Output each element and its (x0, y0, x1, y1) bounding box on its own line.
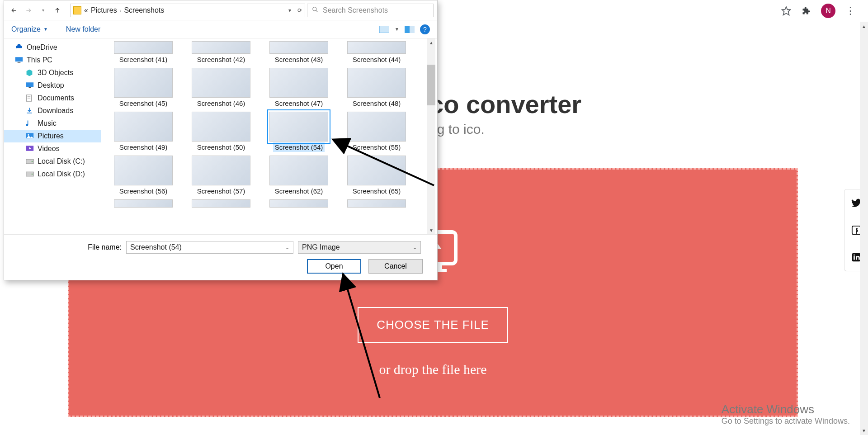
tree-item-documents[interactable]: Documents (4, 92, 101, 104)
scroll-thumb[interactable] (427, 65, 435, 105)
file-item[interactable] (263, 199, 335, 208)
star-icon[interactable] (781, 6, 791, 16)
scroll-down-icon[interactable]: ▼ (860, 426, 868, 435)
filetype-value: PNG Image (302, 243, 340, 251)
organize-menu[interactable]: Organize ▼ (11, 25, 48, 33)
file-item[interactable]: Screenshot (42) (185, 41, 257, 64)
svg-rect-17 (29, 87, 31, 88)
file-label: Screenshot (42) (195, 55, 247, 64)
tree-item-onedrive[interactable]: OneDrive (4, 41, 101, 54)
view-mode-button[interactable] (379, 24, 389, 34)
file-thumbnail (269, 156, 328, 185)
tree-item-label: Downloads (38, 107, 73, 115)
filename-label: File name: (4, 243, 122, 251)
view-mode-caret-icon[interactable]: ▼ (395, 27, 399, 32)
file-item[interactable]: Screenshot (56) (108, 156, 179, 196)
file-item[interactable] (108, 199, 179, 208)
drop-hint: or drop the file here (379, 362, 486, 377)
file-item[interactable]: Screenshot (45) (108, 68, 179, 108)
dropdown-icon[interactable]: ⌄ (285, 245, 289, 251)
filename-input[interactable]: Screenshot (54) ⌄ (126, 241, 293, 254)
file-thumbnail (269, 68, 328, 98)
page-subtitle: ng to ico. (429, 122, 581, 137)
file-item[interactable]: Screenshot (49) (108, 112, 179, 152)
file-item[interactable] (185, 199, 257, 208)
filetype-select[interactable]: PNG Image ⌄ (298, 241, 421, 254)
tree-item-label: Desktop (38, 81, 64, 90)
tree-item-3d-objects[interactable]: 3D Objects (4, 66, 101, 79)
help-icon[interactable]: ? (420, 24, 430, 34)
file-label: Screenshot (50) (195, 142, 247, 152)
tree-item-music[interactable]: Music (4, 117, 101, 130)
page-scrollbar[interactable]: ▲ ▼ (860, 22, 868, 435)
preview-pane-button[interactable] (405, 24, 415, 34)
file-thumbnail (192, 41, 250, 54)
dialog-footer: File name: Screenshot (54) ⌄ PNG Image ⌄… (4, 234, 437, 280)
file-item[interactable]: Screenshot (57) (185, 156, 257, 196)
scroll-up-icon[interactable]: ▲ (427, 38, 435, 47)
tree-item-label: Local Disk (D:) (38, 170, 85, 178)
breadcrumb-part1[interactable]: Pictures (91, 6, 117, 14)
profile-avatar[interactable]: N (821, 4, 835, 18)
file-label: Screenshot (47) (273, 99, 325, 108)
tree-item-local-disk-d-[interactable]: Local Disk (D:) (4, 168, 101, 180)
nav-up-button[interactable] (51, 4, 64, 17)
search-box[interactable]: Search Screenshots (307, 4, 434, 17)
file-thumbnail (269, 199, 328, 208)
svg-marker-0 (782, 7, 790, 15)
breadcrumb-part2[interactable]: Screenshots (124, 6, 164, 14)
svg-rect-13 (410, 26, 415, 33)
tree-item-pictures[interactable]: Pictures (4, 130, 101, 142)
file-list[interactable]: Screenshot (41) Screenshot (42) Screensh… (101, 38, 437, 234)
svg-rect-12 (405, 26, 410, 33)
browser-toolbar: N ⋮ (434, 0, 868, 22)
tree-item-videos[interactable]: Videos (4, 142, 101, 155)
file-item[interactable]: Screenshot (54) (263, 112, 335, 152)
scroll-down-icon[interactable]: ▼ (427, 226, 435, 234)
file-thumbnail (269, 112, 328, 142)
nav-forward-button[interactable] (22, 4, 35, 17)
dropdown-icon[interactable]: ⌄ (413, 245, 417, 251)
refresh-icon[interactable]: ⟳ (297, 7, 302, 14)
file-item[interactable]: Screenshot (65) (341, 156, 412, 196)
tree-item-downloads[interactable]: Downloads (4, 104, 101, 117)
file-item[interactable]: Screenshot (44) (341, 41, 412, 64)
file-label: Screenshot (44) (351, 55, 403, 64)
file-item[interactable]: Screenshot (43) (263, 41, 335, 64)
cancel-button[interactable]: Cancel (368, 259, 423, 274)
nav-recent-dropdown[interactable]: ▾ (37, 4, 49, 17)
file-thumbnail (192, 112, 250, 142)
breadcrumb-bar[interactable]: « Pictures › Screenshots ▾ ⟳ (70, 4, 305, 17)
open-button[interactable]: Open (307, 259, 361, 274)
avatar-letter: N (826, 7, 831, 15)
file-item[interactable]: Screenshot (48) (341, 68, 412, 108)
tree-item-desktop[interactable]: Desktop (4, 79, 101, 92)
file-item[interactable]: Screenshot (62) (263, 156, 335, 196)
new-folder-button[interactable]: New folder (66, 25, 100, 33)
file-item[interactable]: Screenshot (47) (263, 68, 335, 108)
videos-icon (26, 145, 34, 152)
file-item[interactable] (341, 199, 412, 208)
file-item[interactable]: Screenshot (55) (341, 112, 412, 152)
extensions-icon[interactable] (801, 6, 811, 16)
file-item[interactable]: Screenshot (50) (185, 112, 257, 152)
scroll-up-icon[interactable]: ▲ (860, 22, 868, 31)
tree-item-label: Videos (38, 145, 60, 153)
filename-value: Screenshot (54) (130, 243, 182, 251)
file-list-scrollbar[interactable]: ▲ ▼ (427, 38, 435, 234)
nav-back-button[interactable] (8, 4, 20, 17)
tree-item-local-disk-c-[interactable]: Local Disk (C:) (4, 155, 101, 168)
menu-icon[interactable]: ⋮ (845, 5, 855, 17)
file-thumbnail (114, 41, 173, 54)
file-item[interactable]: Screenshot (46) (185, 68, 257, 108)
file-label: Screenshot (45) (118, 99, 170, 108)
choose-file-button[interactable]: CHOOSE THE FILE (358, 307, 508, 343)
file-label: Screenshot (49) (118, 142, 170, 152)
breadcrumb-dropdown-icon[interactable]: ▾ (288, 7, 291, 14)
file-item[interactable]: Screenshot (41) (108, 41, 179, 64)
svg-rect-16 (26, 82, 33, 87)
folder-tree[interactable]: OneDrive This PC 3D Objects Desktop Docu… (4, 38, 101, 234)
file-thumbnail (192, 68, 250, 98)
tree-item-label: Local Disk (C:) (38, 157, 85, 165)
tree-item-this-pc[interactable]: This PC (4, 54, 101, 66)
